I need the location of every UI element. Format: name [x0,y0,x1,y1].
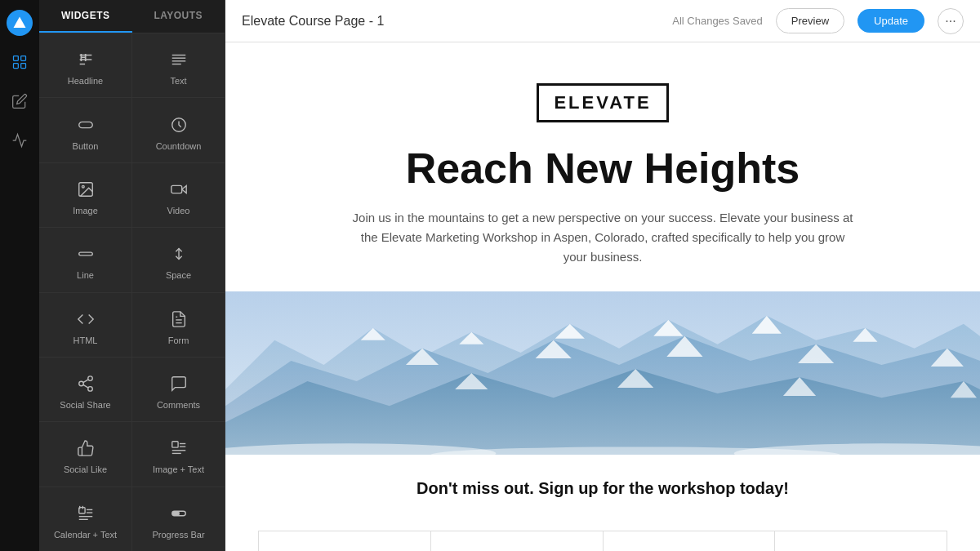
cta-section: Don't miss out. Sign up for the workshop… [225,455,980,531]
table-cell-2 [431,531,603,551]
more-button[interactable]: ··· [938,8,964,34]
headline-icon: H [77,48,95,71]
table-cell-1 [259,531,430,551]
svg-point-13 [82,185,84,188]
progress-bar-icon [170,502,188,525]
image-icon [77,178,95,201]
icon-bar [0,0,39,551]
svg-rect-10 [78,122,92,127]
svg-point-21 [87,376,92,381]
tab-widgets[interactable]: WIDGETS [39,0,132,33]
elevate-logo: ELEVATE [537,83,668,122]
mountain-section [225,291,980,455]
image-text-icon [170,437,188,460]
button-icon [77,113,95,136]
hero-headline: Reach New Heights [258,145,947,192]
widget-html[interactable]: HTML [39,293,131,357]
widget-calendar-text[interactable]: Calendar + Text [39,487,131,551]
widget-video[interactable]: Video [132,163,225,227]
svg-rect-39 [172,511,179,516]
main-area: Elevate Course Page - 1 All Changes Save… [225,0,980,551]
svg-point-22 [78,381,83,386]
widget-panel: WIDGETS LAYOUTS H Headline [39,0,225,551]
widget-space[interactable]: Space [132,228,225,291]
widget-progress-bar[interactable]: Progress Bar [132,487,225,551]
panel-tabs: WIDGETS LAYOUTS [39,0,225,33]
social-share-icon [77,372,95,395]
widget-headline-label: Headline [68,76,103,86]
widget-progress-bar-label: Progress Bar [152,530,204,540]
comments-icon [170,372,188,395]
preview-button[interactable]: Preview [776,8,844,33]
hero-section: ELEVATE Reach New Heights Join us in the… [225,42,980,267]
widget-image-text-label: Image + Text [153,464,204,474]
tab-layouts[interactable]: LAYOUTS [132,0,225,33]
widget-grid: H Headline Text [39,33,225,551]
calendar-text-icon [77,502,95,525]
widget-social-like[interactable]: Social Like [39,422,131,486]
widget-social-like-label: Social Like [64,464,107,474]
table-cell-4 [775,531,947,551]
html-icon [77,308,95,331]
widget-social-share[interactable]: Social Share [39,358,131,421]
svg-marker-0 [14,17,26,29]
pencil-icon[interactable] [7,88,33,114]
widget-button[interactable]: Button [39,98,131,162]
widget-text-label: Text [170,76,186,86]
elevate-logo-text: ELEVATE [554,92,651,113]
table-cell-3 [604,531,775,551]
table-row-placeholder [258,531,947,551]
line-icon [77,242,95,265]
svg-line-25 [82,380,87,383]
svg-text:H: H [79,52,87,64]
page-canvas: ELEVATE Reach New Heights Join us in the… [225,42,980,551]
widget-image[interactable]: Image [39,163,131,227]
form-icon [170,308,188,331]
widget-html-label: HTML [74,335,98,345]
widget-calendar-text-label: Calendar + Text [54,530,117,540]
svg-rect-2 [21,56,26,61]
widgets-icon[interactable] [7,49,33,75]
app-logo[interactable] [7,10,33,36]
svg-rect-3 [14,64,19,69]
svg-rect-14 [171,185,181,193]
widget-line[interactable]: Line [39,228,131,291]
widget-comments-label: Comments [157,400,200,410]
widget-comments[interactable]: Comments [132,358,225,421]
widget-countdown[interactable]: Countdown [132,98,225,162]
svg-marker-15 [181,185,186,193]
svg-point-23 [87,387,92,392]
widget-button-label: Button [73,141,99,151]
widget-form-label: Form [168,335,189,345]
hero-subtext: Join us in the mountains to get a new pe… [350,208,856,267]
table-section [225,531,980,551]
text-icon [170,48,188,71]
svg-rect-4 [21,64,26,69]
update-button[interactable]: Update [858,9,924,33]
widget-image-label: Image [73,206,98,216]
top-bar: Elevate Course Page - 1 All Changes Save… [225,0,980,42]
save-status: All Changes Saved [672,15,763,27]
svg-line-24 [82,384,87,388]
widget-line-label: Line [77,270,94,280]
widget-countdown-label: Countdown [156,141,202,151]
widget-form[interactable]: Form [132,293,225,357]
cta-text: Don't miss out. Sign up for the workshop… [258,479,947,498]
widget-headline[interactable]: H Headline [39,33,131,97]
chart-icon[interactable] [7,127,33,153]
space-icon [170,242,188,265]
countdown-icon [170,113,188,136]
svg-rect-1 [14,56,19,61]
widget-text[interactable]: Text [132,33,225,97]
svg-rect-16 [78,252,92,256]
canvas: ELEVATE Reach New Heights Join us in the… [225,42,980,551]
widget-image-text[interactable]: Image + Text [132,422,225,486]
svg-rect-26 [172,442,177,447]
widget-video-label: Video [167,206,190,216]
page-title: Elevate Course Page - 1 [242,14,659,29]
widget-space-label: Space [166,270,191,280]
widget-social-share-label: Social Share [60,400,110,410]
video-icon [170,178,188,201]
social-like-icon [77,437,95,460]
